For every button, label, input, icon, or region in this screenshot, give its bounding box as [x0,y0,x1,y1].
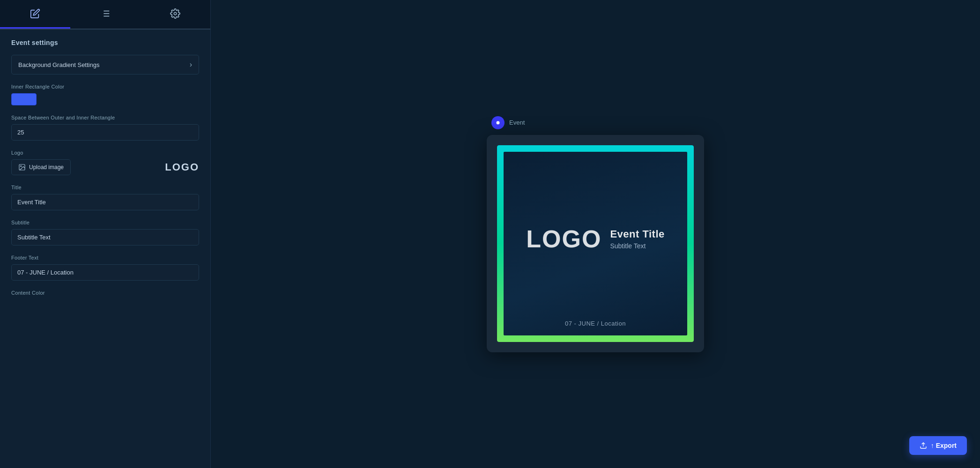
edit-icon [30,8,40,19]
card-logo-area: LOGO Event Title Subtitle Text [526,225,664,253]
upload-image-button[interactable]: Upload image [11,159,71,175]
canvas-dot [491,116,505,129]
export-icon [920,442,927,449]
card-subtitle-text: Subtitle Text [610,242,664,250]
tab-settings[interactable] [140,0,210,29]
settings-panel: Event settings Background Gradient Setti… [0,30,210,468]
list-icon [100,8,111,19]
space-input[interactable] [11,124,199,141]
svg-point-8 [21,166,22,167]
upload-row: Upload image LOGO [11,159,199,175]
event-card-wrapper: LOGO Event Title Subtitle Text 07 - JUNE… [487,135,704,352]
section-title: Event settings [11,39,199,46]
footer-label: Footer Text [11,255,199,260]
space-label: Space Between Outer and Inner Rectangle [11,115,199,120]
inner-rect-color-label: Inner Rectangle Color [11,84,199,89]
tab-edit[interactable] [0,0,70,29]
inner-rect-color-row: Inner Rectangle Color [11,84,199,105]
canvas-container: Event LOGO Event Title Subtitle Text 07 … [487,116,704,352]
canvas-label-row: Event [491,116,525,129]
logo-preview: LOGO [165,161,199,173]
canvas-label-text: Event [509,119,525,126]
tab-list[interactable] [70,0,141,29]
upload-button-label: Upload image [29,164,64,171]
logo-label: Logo [11,150,199,156]
main-content: Event LOGO Event Title Subtitle Text 07 … [211,0,980,468]
logo-row: Logo Upload image LOGO [11,150,199,175]
content-color-label: Content Color [11,290,199,296]
export-label: ↑ Export [931,442,957,449]
card-inner: LOGO Event Title Subtitle Text 07 - JUNE… [504,152,687,335]
subtitle-label: Subtitle [11,220,199,225]
svg-point-9 [497,121,499,124]
inner-rect-color-swatch[interactable] [11,93,37,105]
subtitle-input[interactable] [11,229,199,245]
title-input[interactable] [11,194,199,210]
content-color-row: Content Color [11,290,199,296]
svg-point-6 [174,12,177,15]
gradient-row-label: Background Gradient Settings [18,61,99,68]
event-card: LOGO Event Title Subtitle Text 07 - JUNE… [497,145,694,342]
card-logo-text: LOGO [526,225,601,253]
title-row: Title [11,185,199,210]
chevron-right-icon: › [190,60,192,69]
gradient-settings-row[interactable]: Background Gradient Settings › [11,55,199,74]
canvas-dot-icon [495,119,501,126]
sidebar: Event settings Background Gradient Setti… [0,0,211,468]
card-outer: LOGO Event Title Subtitle Text 07 - JUNE… [497,145,694,342]
export-button[interactable]: ↑ Export [909,436,967,455]
footer-input[interactable] [11,264,199,281]
upload-icon [18,163,26,171]
footer-row: Footer Text [11,255,199,281]
card-title-area: Event Title Subtitle Text [610,228,664,250]
card-footer-text: 07 - JUNE / Location [565,320,626,327]
subtitle-row: Subtitle [11,220,199,245]
tab-bar [0,0,210,30]
space-row: Space Between Outer and Inner Rectangle [11,115,199,141]
gear-icon [170,8,180,19]
title-label: Title [11,185,199,190]
card-event-title: Event Title [610,228,664,240]
